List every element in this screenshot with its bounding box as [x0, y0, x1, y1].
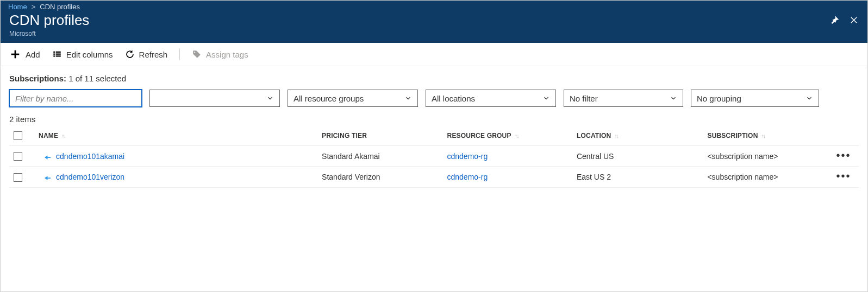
- resource-group-link[interactable]: cdndemo-rg: [447, 173, 488, 181]
- toolbar: Add Edit columns Refresh Assign tags: [1, 43, 867, 66]
- refresh-label: Refresh: [139, 50, 168, 59]
- table-row: cdndemo101verizon Standard Verizon cdnde…: [9, 167, 859, 187]
- page-title: CDN profiles: [9, 12, 89, 29]
- svg-point-10: [194, 52, 195, 53]
- pricing-tier-header[interactable]: PRICING TIER: [317, 126, 442, 146]
- actions-header: [828, 126, 859, 146]
- filter-row: . All resource groups All locations No f…: [9, 90, 859, 107]
- edit-columns-label: Edit columns: [66, 50, 113, 59]
- add-label: Add: [26, 50, 40, 59]
- pricing-tier-cell: Standard Verizon: [317, 167, 442, 187]
- add-button[interactable]: Add: [9, 48, 40, 60]
- toolbar-separator: [179, 48, 180, 60]
- close-icon[interactable]: [849, 15, 859, 25]
- svg-rect-7: [55, 52, 60, 53]
- tag-icon: [192, 49, 202, 59]
- breadcrumb-separator: >: [32, 3, 36, 11]
- pricing-tier-cell: Standard Akamai: [317, 146, 442, 167]
- subscription-cell: <subscription name>: [703, 146, 828, 167]
- filter-dropdown-label: No filter: [570, 94, 598, 103]
- location-header[interactable]: LOCATION↑↓: [572, 126, 703, 146]
- subscription-cell: <subscription name>: [703, 167, 828, 187]
- profile-name-link[interactable]: cdndemo101akamai: [56, 152, 124, 161]
- edit-columns-button[interactable]: Edit columns: [52, 49, 113, 59]
- breadcrumb-current: CDN profiles: [40, 3, 80, 11]
- svg-rect-9: [55, 55, 60, 56]
- select-all-checkbox[interactable]: [14, 131, 22, 140]
- cdn-icon: [39, 152, 51, 161]
- svg-rect-8: [55, 54, 60, 55]
- items-count: 2 items: [9, 115, 859, 124]
- chevron-down-icon: [670, 94, 677, 102]
- chevron-down-icon: [404, 94, 412, 102]
- svg-rect-5: [53, 54, 55, 55]
- resource-group-dropdown[interactable]: All resource groups: [288, 90, 418, 107]
- sort-icon: ↑↓: [614, 132, 618, 139]
- row-checkbox[interactable]: [14, 152, 22, 161]
- subscription-dropdown[interactable]: .: [149, 90, 280, 107]
- chevron-down-icon: [542, 94, 550, 102]
- subscription-header[interactable]: SUBSCRIPTION↑↓: [703, 126, 828, 146]
- profiles-table: NAME↑↓ PRICING TIER RESOURCE GROUP↑↓ LOC…: [9, 126, 859, 188]
- profile-name-link[interactable]: cdndemo101verizon: [56, 173, 124, 181]
- plus-icon: [9, 48, 21, 60]
- resource-group-header[interactable]: RESOURCE GROUP↑↓: [443, 126, 572, 146]
- location-dropdown-label: All locations: [432, 94, 475, 103]
- header: Home > CDN profiles CDN profiles Microso…: [1, 1, 867, 43]
- resource-group-dropdown-label: All resource groups: [294, 94, 364, 103]
- location-dropdown[interactable]: All locations: [426, 90, 556, 107]
- subscriptions-line: Subscriptions: 1 of 11 selected: [9, 74, 859, 83]
- page-root: Home > CDN profiles CDN profiles Microso…: [0, 0, 868, 292]
- refresh-button[interactable]: Refresh: [125, 49, 168, 59]
- chevron-down-icon: [266, 94, 274, 102]
- pin-icon[interactable]: [829, 15, 839, 25]
- sort-icon: ↑↓: [61, 132, 65, 139]
- row-checkbox[interactable]: [14, 173, 22, 182]
- title-bar-left: CDN profiles Microsoft: [9, 12, 89, 37]
- table-row: cdndemo101akamai Standard Akamai cdndemo…: [9, 146, 859, 167]
- assign-tags-label: Assign tags: [206, 50, 248, 59]
- filter-dropdown[interactable]: No filter: [564, 90, 683, 107]
- grouping-dropdown[interactable]: No grouping: [691, 90, 819, 107]
- name-header[interactable]: NAME↑↓: [34, 126, 317, 146]
- cdn-icon: [39, 173, 51, 181]
- breadcrumb: Home > CDN profiles: [1, 1, 867, 12]
- assign-tags-button: Assign tags: [192, 49, 248, 59]
- sort-icon: ↑↓: [515, 132, 519, 139]
- svg-rect-4: [53, 52, 55, 53]
- sort-icon: ↑↓: [761, 132, 765, 139]
- content: Subscriptions: 1 of 11 selected . All re…: [1, 66, 867, 291]
- subscription-dropdown-label: .: [155, 94, 158, 103]
- title-bar: CDN profiles Microsoft: [1, 12, 867, 43]
- breadcrumb-home-link[interactable]: Home: [8, 3, 27, 11]
- table-header-row: NAME↑↓ PRICING TIER RESOURCE GROUP↑↓ LOC…: [9, 126, 859, 146]
- filter-name-input[interactable]: [9, 90, 142, 107]
- refresh-icon: [125, 49, 135, 59]
- chevron-down-icon: [805, 94, 813, 102]
- resource-group-link[interactable]: cdndemo-rg: [447, 152, 488, 161]
- select-all-header[interactable]: [9, 126, 34, 146]
- subscriptions-label: Subscriptions:: [9, 74, 66, 83]
- location-cell: East US 2: [572, 167, 703, 187]
- title-bar-right: [829, 12, 859, 25]
- page-subtitle: Microsoft: [9, 30, 89, 37]
- subscriptions-value: 1 of 11 selected: [68, 74, 126, 83]
- columns-icon: [52, 49, 62, 59]
- svg-rect-6: [53, 55, 55, 56]
- location-cell: Central US: [572, 146, 703, 167]
- grouping-dropdown-label: No grouping: [697, 94, 741, 103]
